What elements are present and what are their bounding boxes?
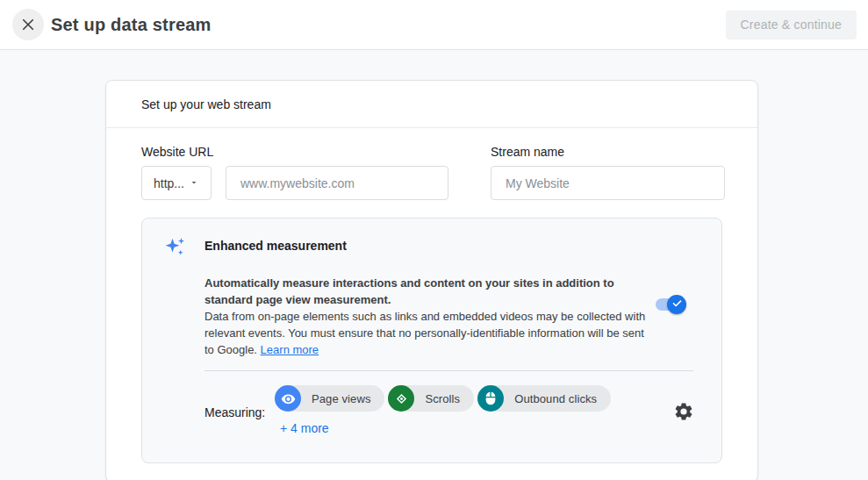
chip-label: Outbound clicks bbox=[514, 392, 597, 405]
measuring-row: Measuring: Page views bbox=[204, 385, 700, 436]
top-bar: Set up data stream Create & continue bbox=[0, 0, 868, 50]
description-bold-text: Automatically measure interactions and c… bbox=[204, 275, 656, 308]
gear-icon bbox=[673, 412, 694, 425]
website-url-label: Website URL bbox=[141, 145, 448, 159]
page-title: Set up data stream bbox=[51, 15, 212, 35]
chip-label: Scrolls bbox=[425, 392, 460, 405]
measuring-label: Measuring: bbox=[204, 405, 275, 436]
stream-name-input[interactable] bbox=[491, 166, 725, 200]
stream-form-row: Website URL http... Stream name bbox=[141, 145, 722, 200]
website-url-input[interactable] bbox=[226, 166, 448, 200]
close-icon bbox=[20, 17, 36, 32]
measurement-settings-button[interactable] bbox=[672, 401, 695, 424]
chip-scrolls[interactable]: Scrolls bbox=[388, 385, 474, 412]
stream-name-field-group: Stream name bbox=[491, 145, 725, 200]
card-body: Website URL http... Stream name bbox=[106, 128, 757, 480]
chip-outbound-clicks[interactable]: Outbound clicks bbox=[477, 385, 611, 412]
enhanced-measurement-toggle[interactable] bbox=[656, 295, 686, 314]
eye-icon bbox=[275, 385, 301, 412]
stream-name-label: Stream name bbox=[491, 145, 725, 159]
more-measurements-link[interactable]: + 4 more bbox=[280, 421, 329, 435]
scroll-icon bbox=[388, 385, 414, 412]
description-body-text: Data from on-page elements such as links… bbox=[204, 308, 656, 358]
measurement-chips: Page views Scrolls bbox=[275, 385, 611, 412]
enhanced-measurement-title: Enhanced measurement bbox=[204, 233, 700, 263]
enhanced-measurement-description: Automatically measure interactions and c… bbox=[204, 275, 700, 358]
panel-divider bbox=[204, 370, 693, 371]
chevron-down-icon bbox=[189, 176, 199, 190]
toggle-thumb bbox=[667, 295, 686, 314]
enhanced-measurement-panel: Enhanced measurement Automatically measu… bbox=[141, 218, 722, 463]
main-area: Set up your web stream Website URL http.… bbox=[0, 50, 868, 480]
card-header: Set up your web stream bbox=[106, 81, 757, 128]
mouse-icon bbox=[477, 385, 504, 412]
close-button[interactable] bbox=[12, 9, 44, 40]
chip-label: Page views bbox=[312, 392, 370, 405]
web-stream-card: Set up your web stream Website URL http.… bbox=[105, 80, 758, 480]
card-title: Set up your web stream bbox=[141, 97, 271, 111]
check-icon bbox=[671, 297, 683, 312]
chip-page-views[interactable]: Page views bbox=[275, 385, 384, 412]
protocol-value: http... bbox=[154, 176, 184, 190]
website-url-field-group: Website URL http... bbox=[141, 145, 448, 200]
learn-more-link[interactable]: Learn more bbox=[261, 343, 319, 356]
protocol-dropdown[interactable]: http... bbox=[141, 166, 212, 200]
create-continue-button[interactable]: Create & continue bbox=[726, 11, 857, 39]
sparkle-icon bbox=[163, 233, 204, 263]
